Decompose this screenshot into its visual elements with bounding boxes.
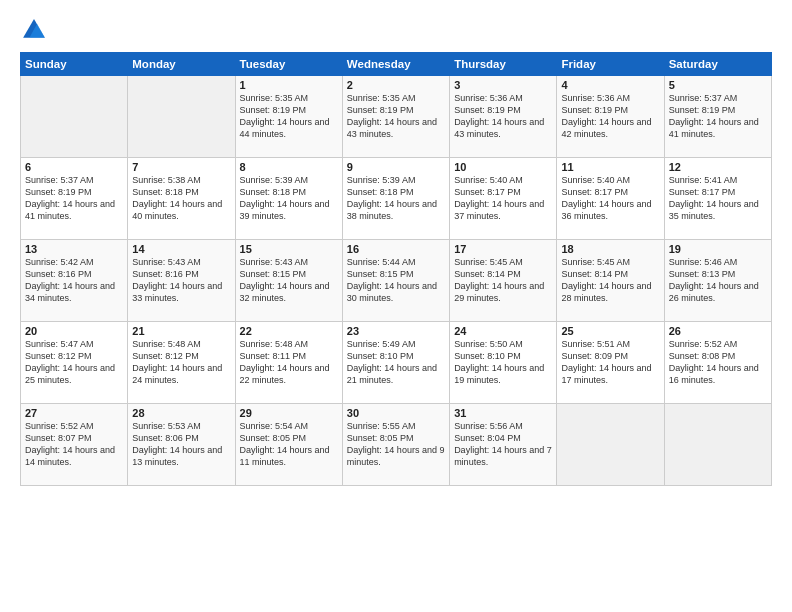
calendar-cell <box>557 404 664 486</box>
day-number: 3 <box>454 79 552 91</box>
weekday-header-monday: Monday <box>128 53 235 76</box>
day-number: 11 <box>561 161 659 173</box>
calendar-cell: 6Sunrise: 5:37 AM Sunset: 8:19 PM Daylig… <box>21 158 128 240</box>
calendar-cell: 29Sunrise: 5:54 AM Sunset: 8:05 PM Dayli… <box>235 404 342 486</box>
calendar-cell: 11Sunrise: 5:40 AM Sunset: 8:17 PM Dayli… <box>557 158 664 240</box>
day-detail: Sunrise: 5:40 AM Sunset: 8:17 PM Dayligh… <box>561 174 659 223</box>
day-detail: Sunrise: 5:42 AM Sunset: 8:16 PM Dayligh… <box>25 256 123 305</box>
day-detail: Sunrise: 5:52 AM Sunset: 8:07 PM Dayligh… <box>25 420 123 469</box>
page: SundayMondayTuesdayWednesdayThursdayFrid… <box>0 0 792 612</box>
calendar-cell <box>21 76 128 158</box>
day-detail: Sunrise: 5:52 AM Sunset: 8:08 PM Dayligh… <box>669 338 767 387</box>
day-number: 12 <box>669 161 767 173</box>
calendar-cell: 20Sunrise: 5:47 AM Sunset: 8:12 PM Dayli… <box>21 322 128 404</box>
day-number: 16 <box>347 243 445 255</box>
calendar-cell: 24Sunrise: 5:50 AM Sunset: 8:10 PM Dayli… <box>450 322 557 404</box>
calendar: SundayMondayTuesdayWednesdayThursdayFrid… <box>20 52 772 486</box>
weekday-header-friday: Friday <box>557 53 664 76</box>
calendar-cell: 31Sunrise: 5:56 AM Sunset: 8:04 PM Dayli… <box>450 404 557 486</box>
weekday-header-row: SundayMondayTuesdayWednesdayThursdayFrid… <box>21 53 772 76</box>
day-detail: Sunrise: 5:37 AM Sunset: 8:19 PM Dayligh… <box>25 174 123 223</box>
day-detail: Sunrise: 5:49 AM Sunset: 8:10 PM Dayligh… <box>347 338 445 387</box>
day-detail: Sunrise: 5:43 AM Sunset: 8:15 PM Dayligh… <box>240 256 338 305</box>
day-number: 17 <box>454 243 552 255</box>
calendar-cell: 17Sunrise: 5:45 AM Sunset: 8:14 PM Dayli… <box>450 240 557 322</box>
day-detail: Sunrise: 5:48 AM Sunset: 8:12 PM Dayligh… <box>132 338 230 387</box>
day-number: 20 <box>25 325 123 337</box>
day-number: 30 <box>347 407 445 419</box>
day-detail: Sunrise: 5:36 AM Sunset: 8:19 PM Dayligh… <box>561 92 659 141</box>
day-number: 6 <box>25 161 123 173</box>
calendar-cell: 28Sunrise: 5:53 AM Sunset: 8:06 PM Dayli… <box>128 404 235 486</box>
calendar-cell: 8Sunrise: 5:39 AM Sunset: 8:18 PM Daylig… <box>235 158 342 240</box>
day-number: 14 <box>132 243 230 255</box>
day-number: 19 <box>669 243 767 255</box>
header <box>20 16 772 44</box>
calendar-cell: 19Sunrise: 5:46 AM Sunset: 8:13 PM Dayli… <box>664 240 771 322</box>
calendar-cell: 25Sunrise: 5:51 AM Sunset: 8:09 PM Dayli… <box>557 322 664 404</box>
calendar-cell: 27Sunrise: 5:52 AM Sunset: 8:07 PM Dayli… <box>21 404 128 486</box>
calendar-cell: 13Sunrise: 5:42 AM Sunset: 8:16 PM Dayli… <box>21 240 128 322</box>
day-number: 18 <box>561 243 659 255</box>
day-number: 15 <box>240 243 338 255</box>
day-detail: Sunrise: 5:44 AM Sunset: 8:15 PM Dayligh… <box>347 256 445 305</box>
calendar-cell: 23Sunrise: 5:49 AM Sunset: 8:10 PM Dayli… <box>342 322 449 404</box>
calendar-cell <box>128 76 235 158</box>
day-number: 8 <box>240 161 338 173</box>
day-number: 10 <box>454 161 552 173</box>
calendar-cell: 30Sunrise: 5:55 AM Sunset: 8:05 PM Dayli… <box>342 404 449 486</box>
weekday-header-saturday: Saturday <box>664 53 771 76</box>
calendar-cell: 10Sunrise: 5:40 AM Sunset: 8:17 PM Dayli… <box>450 158 557 240</box>
day-number: 7 <box>132 161 230 173</box>
calendar-week-4: 20Sunrise: 5:47 AM Sunset: 8:12 PM Dayli… <box>21 322 772 404</box>
calendar-cell: 4Sunrise: 5:36 AM Sunset: 8:19 PM Daylig… <box>557 76 664 158</box>
calendar-cell <box>664 404 771 486</box>
day-number: 1 <box>240 79 338 91</box>
day-detail: Sunrise: 5:39 AM Sunset: 8:18 PM Dayligh… <box>347 174 445 223</box>
day-number: 9 <box>347 161 445 173</box>
calendar-cell: 7Sunrise: 5:38 AM Sunset: 8:18 PM Daylig… <box>128 158 235 240</box>
day-detail: Sunrise: 5:45 AM Sunset: 8:14 PM Dayligh… <box>454 256 552 305</box>
calendar-cell: 22Sunrise: 5:48 AM Sunset: 8:11 PM Dayli… <box>235 322 342 404</box>
calendar-week-3: 13Sunrise: 5:42 AM Sunset: 8:16 PM Dayli… <box>21 240 772 322</box>
calendar-cell: 5Sunrise: 5:37 AM Sunset: 8:19 PM Daylig… <box>664 76 771 158</box>
day-detail: Sunrise: 5:55 AM Sunset: 8:05 PM Dayligh… <box>347 420 445 469</box>
day-detail: Sunrise: 5:54 AM Sunset: 8:05 PM Dayligh… <box>240 420 338 469</box>
day-number: 5 <box>669 79 767 91</box>
day-number: 29 <box>240 407 338 419</box>
day-detail: Sunrise: 5:40 AM Sunset: 8:17 PM Dayligh… <box>454 174 552 223</box>
day-number: 24 <box>454 325 552 337</box>
day-number: 21 <box>132 325 230 337</box>
day-detail: Sunrise: 5:48 AM Sunset: 8:11 PM Dayligh… <box>240 338 338 387</box>
day-detail: Sunrise: 5:47 AM Sunset: 8:12 PM Dayligh… <box>25 338 123 387</box>
calendar-week-1: 1Sunrise: 5:35 AM Sunset: 8:19 PM Daylig… <box>21 76 772 158</box>
weekday-header-sunday: Sunday <box>21 53 128 76</box>
day-detail: Sunrise: 5:51 AM Sunset: 8:09 PM Dayligh… <box>561 338 659 387</box>
day-detail: Sunrise: 5:37 AM Sunset: 8:19 PM Dayligh… <box>669 92 767 141</box>
day-number: 2 <box>347 79 445 91</box>
calendar-cell: 16Sunrise: 5:44 AM Sunset: 8:15 PM Dayli… <box>342 240 449 322</box>
day-detail: Sunrise: 5:39 AM Sunset: 8:18 PM Dayligh… <box>240 174 338 223</box>
calendar-cell: 26Sunrise: 5:52 AM Sunset: 8:08 PM Dayli… <box>664 322 771 404</box>
calendar-cell: 3Sunrise: 5:36 AM Sunset: 8:19 PM Daylig… <box>450 76 557 158</box>
day-detail: Sunrise: 5:46 AM Sunset: 8:13 PM Dayligh… <box>669 256 767 305</box>
calendar-cell: 12Sunrise: 5:41 AM Sunset: 8:17 PM Dayli… <box>664 158 771 240</box>
day-number: 28 <box>132 407 230 419</box>
calendar-cell: 15Sunrise: 5:43 AM Sunset: 8:15 PM Dayli… <box>235 240 342 322</box>
calendar-cell: 1Sunrise: 5:35 AM Sunset: 8:19 PM Daylig… <box>235 76 342 158</box>
day-detail: Sunrise: 5:53 AM Sunset: 8:06 PM Dayligh… <box>132 420 230 469</box>
day-detail: Sunrise: 5:36 AM Sunset: 8:19 PM Dayligh… <box>454 92 552 141</box>
day-number: 31 <box>454 407 552 419</box>
day-detail: Sunrise: 5:35 AM Sunset: 8:19 PM Dayligh… <box>240 92 338 141</box>
day-detail: Sunrise: 5:50 AM Sunset: 8:10 PM Dayligh… <box>454 338 552 387</box>
calendar-cell: 21Sunrise: 5:48 AM Sunset: 8:12 PM Dayli… <box>128 322 235 404</box>
day-number: 26 <box>669 325 767 337</box>
calendar-week-2: 6Sunrise: 5:37 AM Sunset: 8:19 PM Daylig… <box>21 158 772 240</box>
day-number: 23 <box>347 325 445 337</box>
calendar-cell: 14Sunrise: 5:43 AM Sunset: 8:16 PM Dayli… <box>128 240 235 322</box>
weekday-header-wednesday: Wednesday <box>342 53 449 76</box>
calendar-cell: 9Sunrise: 5:39 AM Sunset: 8:18 PM Daylig… <box>342 158 449 240</box>
day-number: 13 <box>25 243 123 255</box>
logo-icon <box>20 16 48 44</box>
day-detail: Sunrise: 5:43 AM Sunset: 8:16 PM Dayligh… <box>132 256 230 305</box>
